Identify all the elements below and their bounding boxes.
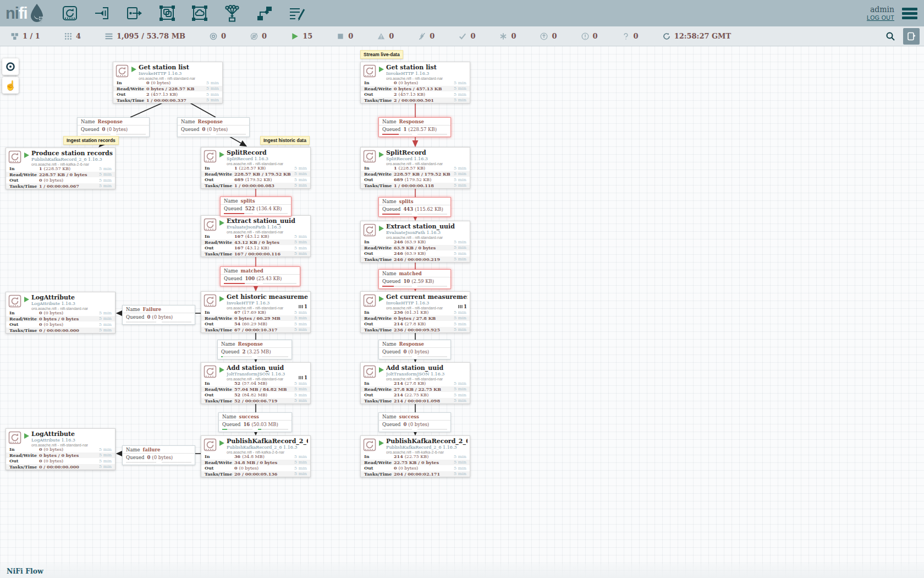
processor-name: Get current measurement: [386, 294, 468, 301]
backpressure-bars: [221, 213, 291, 216]
connection-label-response-left-1[interactable]: NameResponse Queued0(0 bytes): [77, 117, 150, 137]
stat-row-readwrite: Read/Write228.57 KB / 179.52 KB5 min: [201, 171, 310, 177]
connection-label-matched-right[interactable]: Namematched Queued10(2.59 KB): [378, 269, 451, 289]
canvas-label-stream-live-data[interactable]: Stream live-data: [360, 50, 403, 59]
processor-extract-station-uuid-right[interactable]: Extract station_uuid EvaluateJsonPath 1.…: [360, 221, 470, 263]
stat-row-in: In67(17.69 KB)5 min: [201, 309, 310, 315]
run-status-icon: [131, 67, 137, 72]
stat-row-out: Out167(43.12 KB)5 min: [201, 245, 310, 251]
processor-tool-icon[interactable]: [61, 4, 79, 23]
processor-logattribute-top[interactable]: LogAttribute LogAttribute 1.16.3 org.apa…: [6, 292, 116, 334]
stat-row-out: Out0(0 bytes)5 min: [6, 458, 115, 464]
processor-icon: [116, 64, 129, 78]
stat-row-in: In1(228.57 KB)5 min: [6, 166, 115, 172]
processor-get-station-list-right[interactable]: Get station list InvokeHTTP 1.16.3 org.a…: [360, 62, 470, 103]
last-refreshed[interactable]: 12:58:27 GMT: [663, 32, 732, 40]
processor-publishkafka-mid[interactable]: PublishKafkaRecord_2_6 PublishKafkaRecor…: [201, 435, 311, 477]
connection-label-response-right-2[interactable]: NameResponse Queued0(0 bytes): [378, 340, 451, 359]
global-menu-button[interactable]: [902, 8, 917, 19]
stat-row-out: Out214(22.75 KB)5 min: [361, 392, 470, 398]
connection-label-response-left-2[interactable]: NameResponse Queued0(0 bytes): [177, 117, 250, 137]
connection-label-success-right[interactable]: Namesuccess Queued0(0 bytes): [378, 412, 451, 432]
processor-publishkafka-right[interactable]: PublishKafkaRecord_2_6 PublishKafkaRecor…: [360, 435, 470, 477]
label-tool-icon[interactable]: [288, 4, 306, 23]
queued-size: (2.59 KB): [411, 279, 434, 284]
processor-type: SplitRecord 1.16.3: [386, 156, 443, 161]
processor-bundle: org.apache.nifi - nifi-kafka-2-6-nar: [31, 162, 113, 166]
flow-canvas[interactable]: Get station list InvokeHTTP 1.16.3 org.a…: [0, 46, 924, 578]
operate-palette-button[interactable]: ☝: [2, 77, 19, 94]
queued-label: Queued: [382, 127, 400, 132]
logout-link[interactable]: LOG OUT: [867, 14, 894, 21]
processor-type: InvokeHTTP 1.16.3: [227, 301, 308, 306]
run-status-icon: [379, 296, 384, 302]
processor-logattribute-bottom[interactable]: LogAttribute LogAttribute 1.16.3 org.apa…: [6, 428, 116, 470]
threads-badge-icon: [299, 304, 303, 309]
stat-row-in: In167(43.12 KB)5 min: [201, 233, 310, 239]
stat-row-tasks: Tasks/Time1 / 00:00:00.0835 min: [201, 183, 310, 189]
connection-label-failure-mid-bottom[interactable]: Namefailure Queued0(0 bytes): [122, 445, 195, 465]
threads-count: 1: [464, 304, 467, 309]
name-label: Name: [81, 119, 95, 124]
connection-label-response-right-1[interactable]: NameResponse Queued1(228.57 KB): [378, 117, 451, 137]
queued-label: Queued: [224, 206, 242, 211]
relationship-name: Response: [98, 119, 123, 124]
relationship-name: failure: [143, 447, 161, 452]
processor-icon: [8, 150, 21, 163]
stat-row-readwrite: Read/Write0 bytes / 60.29 MB5 min: [201, 315, 310, 321]
connection-label-response-mid-2[interactable]: NameResponse Queued2(3.25 MB): [217, 340, 292, 359]
not-transmitting-icon: [250, 32, 258, 40]
processor-add-station-uuid-mid[interactable]: Add station_uuid JoltTransformJSON 1.16.…: [201, 362, 311, 404]
processor-get-station-list-left[interactable]: Get station list InvokeHTTP 1.16.3 org.a…: [113, 62, 223, 103]
input-port-tool-icon[interactable]: [93, 4, 112, 23]
stat-row-readwrite: Read/Write57.04 MB / 84.82 MB5 min: [201, 386, 310, 392]
remote-process-group-tool-icon[interactable]: [190, 4, 209, 23]
name-label: Name: [181, 119, 195, 124]
processor-type: LogAttribute 1.16.3: [31, 301, 88, 306]
connection-label-failure-mid-top[interactable]: NameFailure Queued0(0 bytes): [122, 305, 195, 325]
stat-row-readwrite: Read/Write43.12 KB / 0 bytes5 min: [201, 239, 310, 246]
output-port-tool-icon[interactable]: [125, 4, 144, 23]
navigate-palette-button[interactable]: [2, 58, 19, 75]
disabled-icon: [418, 32, 426, 40]
processor-bundle: org.apache.nifi - nifi-standard-nar: [227, 306, 308, 309]
processor-extract-station-uuid-mid[interactable]: Extract station_uuid EvaluateJsonPath 1.…: [201, 215, 311, 257]
processor-bundle: org.apache.nifi - nifi-standard-nar: [227, 230, 295, 233]
processor-bundle: org.apache.nifi - nifi-standard-nar: [386, 76, 443, 80]
canvas-panel-toggle[interactable]: [903, 28, 920, 45]
queued-count: 0: [403, 349, 406, 355]
active-threads-badge: 1: [299, 304, 307, 309]
connection-label-splits-right[interactable]: Namesplits Queued443(115.62 KB): [378, 197, 451, 217]
canvas-label-ingest-station-records[interactable]: Ingest station records: [63, 136, 119, 145]
template-tool-icon[interactable]: [255, 4, 274, 23]
processor-icon: [8, 295, 21, 308]
processor-icon: [204, 294, 217, 307]
processor-splitrecord-right[interactable]: SplitRecord SplitRecord 1.16.3 org.apach…: [360, 147, 470, 189]
processor-splitrecord-mid[interactable]: SplitRecord SplitRecord 1.16.3 org.apach…: [201, 147, 311, 189]
processor-get-historic-measurements[interactable]: Get historic measurements InvokeHTTP 1.1…: [201, 291, 311, 333]
breadcrumb-nifi-flow[interactable]: NiFi Flow: [7, 567, 43, 575]
stat-row-tasks: Tasks/Time0 / 00:00:00.0005 min: [6, 464, 115, 470]
cluster-icon: [11, 32, 19, 40]
backpressure-bars: [379, 214, 450, 216]
queued-size: (50.03 MB): [251, 422, 278, 427]
process-group-tool-icon[interactable]: [158, 4, 177, 23]
processor-type: InvokeHTTP 1.16.3: [386, 71, 443, 76]
stat-row-tasks: Tasks/Time67 / 00:00:10.3175 min: [201, 327, 310, 333]
connection-label-matched-mid[interactable]: Namematched Queued100(25.43 KB): [220, 266, 300, 286]
navigate-icon: [6, 62, 15, 72]
processor-add-station-uuid-right[interactable]: Add station_uuid JoltTransformJSON 1.16.…: [360, 362, 470, 404]
connection-label-splits-mid[interactable]: Namesplits Queued522(136.4 KB): [220, 197, 292, 216]
search-button[interactable]: [883, 29, 898, 43]
refresh-icon[interactable]: [663, 32, 670, 40]
current-user: admin: [867, 5, 894, 15]
processor-produce-station-records[interactable]: Produce station records PublishKafkaReco…: [6, 148, 116, 189]
sync-failure-stat: 0: [622, 32, 639, 40]
connection-label-success-mid[interactable]: Namesuccess Queued16(50.03 MB): [218, 412, 292, 432]
processor-get-current-measurement[interactable]: Get current measurement InvokeHTTP 1.16.…: [360, 291, 470, 333]
search-icon: [886, 31, 895, 41]
canvas-label-ingest-historic-data[interactable]: Ingest historic data: [260, 136, 310, 145]
logo-text-ni: ni: [6, 4, 19, 22]
funnel-tool-icon[interactable]: [223, 4, 241, 23]
run-status-icon: [219, 296, 225, 302]
